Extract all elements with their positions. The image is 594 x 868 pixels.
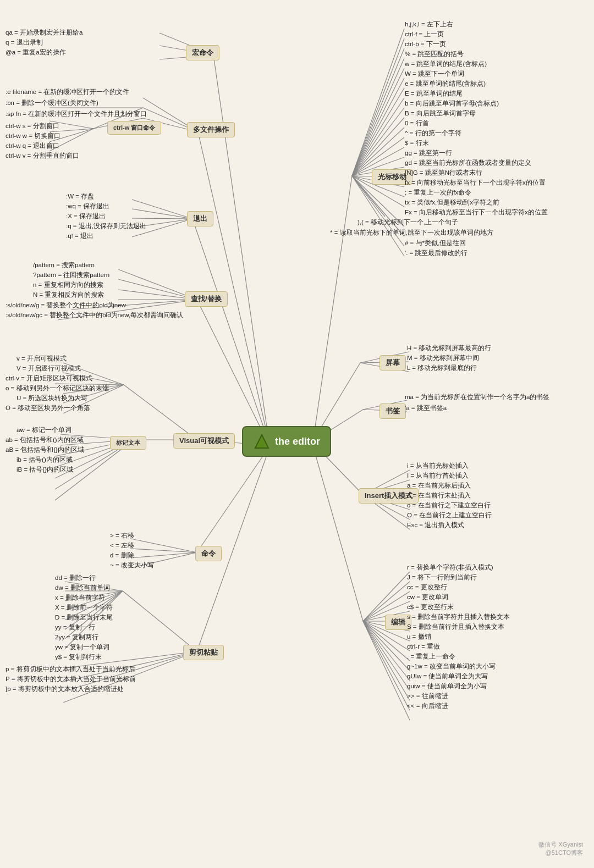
svg-line-70 <box>352 88 404 176</box>
svg-line-15 <box>193 219 268 441</box>
leaf-v-10: ib = 括号()内的区域 <box>16 456 73 464</box>
leaf-mf-5: ctrl-w w = 切换窗口 <box>6 132 61 140</box>
svg-line-68 <box>352 68 404 176</box>
branch-visual-label: Visual可视模式 <box>179 436 229 446</box>
leaf-cur-7: e = 跳至单词的结尾(含标点) <box>405 80 486 88</box>
leaf-cut-9: y$ = 复制到行末 <box>55 653 102 661</box>
svg-line-17 <box>132 209 193 219</box>
leaf-v-11: iB = 括号{}内的区域 <box>16 466 73 474</box>
leaf-mf-3: :sp fn = 在新的缓冲区打开一个文件并且划分窗口 <box>6 110 147 118</box>
svg-line-44 <box>197 448 268 552</box>
leaf-cur-19: tx = 类似fx,但是移动到x字符之前 <box>405 198 499 207</box>
leaf-cur-24: '. = 跳至最后修改的行 <box>405 249 468 257</box>
branch-multifile: 多文件操作 <box>187 122 235 137</box>
leaf-c-3: d = 删除 <box>110 551 134 560</box>
branch-cut: 剪切粘贴 <box>183 645 224 660</box>
leaf-ed-7: S = 删除当前行并且插入替换文本 <box>407 623 504 631</box>
leaf-cut-7: 2yy = 复制两行 <box>55 633 98 642</box>
leaf-s-6: :s/old/new/gc = 替换整个文件中的old为new,每次都需询问确认 <box>6 311 183 319</box>
svg-line-116 <box>363 621 410 690</box>
leaf-cur-8: E = 跳至单词的结尾 <box>405 90 463 98</box>
svg-line-29 <box>124 385 197 440</box>
branch-bookmark: 书签 <box>380 403 406 419</box>
leaf-ins-2: I = 从当前行首处插入 <box>407 472 469 480</box>
branch-search-label: 查找/替换 <box>191 294 222 304</box>
leaf-s-1: /pattern = 搜索pattern <box>33 261 95 269</box>
branch-bookmark-label: 书签 <box>386 406 400 416</box>
leaf-ed-11: g~1w = 改变当前单词的大小写 <box>407 662 496 671</box>
leaf-cut-1: dd = 删除一行 <box>55 574 96 582</box>
leaf-cur-6: W = 跳至下一个单词 <box>405 70 464 78</box>
svg-line-73 <box>352 118 404 176</box>
branch-screen-label: 屏幕 <box>386 358 400 368</box>
branch-insert-label: Insert插入模式 <box>365 491 413 501</box>
leaf-ins-5: o = 在当前行之下建立空白行 <box>407 501 491 510</box>
leaf-ins-6: O = 在当前行之上建立空白行 <box>407 511 492 519</box>
leaf-cut-8: yw = 复制一个单词 <box>55 643 109 651</box>
leaf-c-4: ~ = 改变大小写 <box>110 561 154 570</box>
svg-line-119 <box>363 621 410 720</box>
leaf-cur-23: # = 与*类似,但是往回 <box>405 239 466 247</box>
leaf-cur-21: ),( = 移动光标到下一个,上一个句子 <box>358 218 458 226</box>
svg-line-69 <box>352 78 404 176</box>
leaf-mf-6: ctrl-w q = 退出窗口 <box>6 142 59 150</box>
leaf-v-3: ctrl-v = 开启矩形区块可视模式 <box>6 374 92 383</box>
watermark-text: 微信号 XGyanist@51CTO博客 <box>538 841 583 856</box>
branch-search: 查找/替换 <box>185 291 228 307</box>
svg-line-46 <box>131 549 197 552</box>
svg-line-45 <box>131 539 197 552</box>
leaf-ed-3: cc = 更改整行 <box>407 583 447 591</box>
leaf-ed-10: . = 重复上一命令 <box>407 653 455 661</box>
svg-line-115 <box>363 621 410 681</box>
branch-quit: 退出 <box>187 211 213 226</box>
svg-line-74 <box>352 128 404 176</box>
branch-screen: 屏幕 <box>380 355 406 371</box>
leaf-ed-4: cw = 更改单词 <box>407 593 448 601</box>
branch-macro: 宏命令 <box>186 45 219 60</box>
leaf-cur-3: ctrl-b = 下一页 <box>405 40 446 48</box>
leaf-mf-2: :bn = 删除一个缓冲区(关闭文件) <box>6 99 98 107</box>
leaf-bm-1: ma = 为当前光标所在位置制作一个名字为a的书签 <box>405 393 549 401</box>
svg-line-16 <box>132 200 193 219</box>
svg-line-0 <box>213 55 268 438</box>
svg-line-4 <box>198 132 268 440</box>
branch-cmd: 命令 <box>195 546 222 561</box>
leaf-ed-1: r = 替换单个字符(非插入模式) <box>407 563 493 572</box>
leaf-v-2: V = 开启逐行可视模式 <box>16 364 81 373</box>
leaf-sc-1: H = 移动光标到屏幕最高的行 <box>407 344 491 352</box>
vim-logo-icon <box>253 433 271 450</box>
leaf-ed-13: guiw = 使当前单词全为小写 <box>407 682 487 690</box>
leaf-ed-9: ctrl-r = 重做 <box>407 643 440 651</box>
center-label: the editor <box>275 436 320 447</box>
leaf-macro-2: q = 退出录制 <box>6 38 43 47</box>
leaf-cut-5: D = 删除至当行末尾 <box>55 613 113 622</box>
mind-map: the editor 宏命令 qa = 开始录制宏并注册给a q = 退出录制 … <box>0 0 594 868</box>
svg-line-50 <box>123 591 197 651</box>
svg-line-18 <box>132 218 193 219</box>
leaf-cur-1: h,j,k,l = 左下上右 <box>405 20 453 29</box>
sublabel-mark: 标记文本 <box>110 436 146 450</box>
leaf-cur-18: ; = 重复上一次的fx命令 <box>405 189 471 197</box>
leaf-v-9: aB = 包括括号和{}内的区域 <box>6 446 84 454</box>
svg-line-72 <box>352 108 404 176</box>
branch-quit-label: 退出 <box>193 214 207 224</box>
leaf-q-4: :q = 退出,没保存则无法退出 <box>66 222 146 230</box>
leaf-mf-1: :e filename = 在新的缓冲区打开一个的文件 <box>6 88 129 96</box>
leaf-cut-11: P = 将剪切板中的文本插入当处于当前光标前 <box>6 675 136 683</box>
leaf-mf-4: ctrl-w s = 分割窗口 <box>6 122 59 130</box>
leaf-cut-4: X = 删除前一个字符 <box>55 604 113 612</box>
svg-line-64 <box>352 29 404 176</box>
leaf-cur-10: B = 向后跳至单词首字母 <box>405 109 476 118</box>
svg-line-63 <box>314 176 352 438</box>
leaf-cur-17: fx = 向前移动光标至当行下一个出现字符x的位置 <box>405 179 546 187</box>
leaf-q-1: :W = 存盘 <box>66 192 94 201</box>
svg-line-66 <box>352 48 404 176</box>
leaf-cur-4: % = 跳至匹配的括号 <box>405 50 464 58</box>
leaf-cur-13: $ = 行末 <box>405 139 429 147</box>
svg-line-104 <box>363 572 410 621</box>
leaf-cur-20: Fx = 向后移动光标至当行下一个出现字符x的位置 <box>405 208 548 217</box>
svg-line-67 <box>352 58 404 176</box>
leaf-mf-7: ctrl-w v = 分割垂直的窗口 <box>6 152 79 160</box>
leaf-v-8: ab = 包括括号和()内的区域 <box>6 436 84 444</box>
leaf-v-7: aw = 标记一个单词 <box>16 426 72 434</box>
